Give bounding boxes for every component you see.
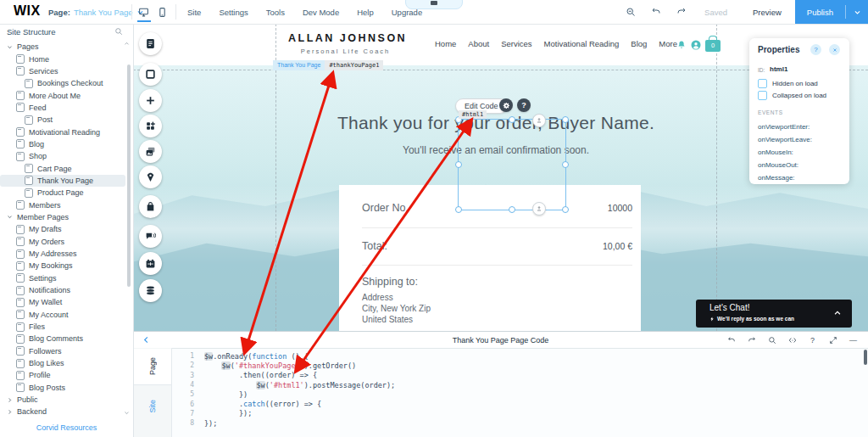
help-icon[interactable]: ? <box>808 335 817 345</box>
event-onmouseout[interactable]: onMouseOut: <box>758 161 798 169</box>
chat-widget[interactable]: Let's Chat! We'll reply as soon as we ca… <box>696 300 852 328</box>
sidebar-item-followers[interactable]: Followers <box>0 345 125 357</box>
add-apps-button[interactable] <box>139 115 162 137</box>
wix-logo[interactable]: WIX <box>14 3 41 19</box>
mobile-icon[interactable] <box>157 7 168 18</box>
selection-box[interactable] <box>458 119 566 210</box>
properties-help-button[interactable]: ? <box>810 44 821 55</box>
menus-pages-button[interactable] <box>139 32 162 55</box>
sidebar-item-blog-posts[interactable]: Blog Posts <box>0 382 125 394</box>
stretch-handle-top[interactable] <box>532 114 546 127</box>
resize-handle[interactable] <box>455 161 462 168</box>
site-nav-more[interactable]: More <box>659 39 677 48</box>
corvid-resources-link[interactable]: Corvid Resources <box>0 423 133 432</box>
code-editor[interactable]: 1$w.onReady(function () {2 $w('#thankYou… <box>172 348 861 437</box>
event-onmousein[interactable]: onMouseIn: <box>758 148 793 156</box>
site-nav-blog[interactable]: Blog <box>631 39 647 48</box>
stretch-handle-bottom[interactable] <box>532 202 546 216</box>
checkbox-hidden-on-load[interactable]: Hidden on load <box>758 79 818 88</box>
sidebar-item-members[interactable]: Members <box>0 199 125 210</box>
sidebar-item-shop[interactable]: Shop <box>0 150 125 162</box>
sidebar-item-bookings-checkout[interactable]: Bookings Checkout <box>0 77 125 89</box>
undo-icon[interactable] <box>726 335 736 345</box>
sidebar-item-my-bookings[interactable]: My Bookings <box>0 260 125 272</box>
sidebar-item-files[interactable]: Files <box>0 321 125 333</box>
page-id-tag[interactable]: #thankYouPage1 <box>325 60 383 70</box>
sidebar-item-backend[interactable]: Backend <box>0 406 125 417</box>
properties-close-button[interactable] <box>829 44 840 55</box>
resize-handle[interactable] <box>509 206 515 213</box>
publish-dropdown[interactable] <box>846 8 868 16</box>
media-button[interactable] <box>139 140 162 163</box>
menu-settings[interactable]: Settings <box>219 8 248 17</box>
event-onviewportenter[interactable]: onViewportEnter: <box>758 123 810 131</box>
avatar-icon[interactable] <box>691 40 701 50</box>
bell-icon[interactable] <box>676 40 687 50</box>
event-onviewportleave[interactable]: onViewportLeave: <box>758 136 812 143</box>
sidebar-item-profile[interactable]: Profile <box>0 369 125 381</box>
sidebar-item-notifications[interactable]: Notifications <box>0 284 125 296</box>
sidebar-item-more-about-me[interactable]: More About Me <box>0 89 125 101</box>
search-icon[interactable] <box>114 27 123 36</box>
sidebar-item-pages[interactable]: Pages <box>0 41 125 53</box>
search-icon[interactable] <box>767 335 776 345</box>
sidebar-item-my-orders[interactable]: My Orders <box>0 236 125 248</box>
sidebar-item-thank-you-page[interactable]: Thank You Page <box>0 175 125 187</box>
help-button[interactable]: ? <box>517 98 531 112</box>
sidebar-item-blog[interactable]: Blog <box>0 138 125 150</box>
sidebar-item-cart-page[interactable]: Cart Page <box>0 162 125 174</box>
sidebar-item-product-page[interactable]: Product Page <box>0 187 125 199</box>
sidebar-item-blog-comments[interactable]: Blog Comments <box>0 333 125 345</box>
sidebar-item-post[interactable]: Post <box>0 114 125 126</box>
sidebar-item-settings[interactable]: Settings <box>0 272 125 284</box>
checkbox-collapsed-on-load[interactable]: Collapsed on load <box>758 91 826 100</box>
tab-site[interactable]: Site <box>133 389 171 424</box>
scroll-up-icon[interactable] <box>124 41 130 47</box>
sidebar-item-public[interactable]: Public <box>0 394 125 406</box>
event-onmessage[interactable]: onMessage: <box>758 174 795 182</box>
redo-button[interactable] <box>669 0 694 24</box>
sidebar-item-member-pages[interactable]: Member Pages <box>0 211 125 223</box>
redo-icon[interactable] <box>747 335 756 345</box>
code-scrollbar-thumb[interactable] <box>864 350 867 365</box>
settings-button[interactable] <box>499 98 513 112</box>
background-button[interactable] <box>139 63 162 86</box>
preview-button[interactable]: Preview <box>753 8 782 17</box>
expand-icon[interactable] <box>828 335 837 345</box>
menu-help[interactable]: Help <box>357 8 374 17</box>
site-nav-services[interactable]: Services <box>501 39 531 48</box>
blog-button[interactable] <box>139 165 162 188</box>
site-nav-motivational-reading[interactable]: Motivational Reading <box>544 39 620 48</box>
tab-page[interactable]: Page <box>133 349 171 385</box>
resize-handle[interactable] <box>562 206 569 213</box>
menu-dev-mode[interactable]: Dev Mode <box>303 8 339 17</box>
add-button[interactable] <box>139 89 162 112</box>
page-selector[interactable]: Page: Thank You Page <box>48 0 144 24</box>
save-status[interactable]: Saved <box>704 8 727 17</box>
sidebar-item-blog-likes[interactable]: Blog Likes <box>0 357 125 369</box>
sidebar-item-my-account[interactable]: My Account <box>0 309 125 321</box>
menu-tools[interactable]: Tools <box>266 8 285 17</box>
scrollbar-thumb[interactable] <box>127 64 131 287</box>
sidebar-item-feed[interactable]: Feed <box>0 102 125 114</box>
sidebar-item-home[interactable]: Home <box>0 53 125 64</box>
chevron-up-icon[interactable] <box>833 309 842 317</box>
content-manager-button[interactable] <box>139 279 162 302</box>
undo-button[interactable] <box>643 0 669 24</box>
sidebar-item-services[interactable]: Services <box>0 65 125 77</box>
sidebar-item-my-wallet[interactable]: My Wallet <box>0 296 125 308</box>
site-nav-home[interactable]: Home <box>435 39 456 48</box>
resize-handle[interactable] <box>562 161 569 168</box>
minimize-icon[interactable]: — <box>849 335 858 345</box>
site-nav-about[interactable]: About <box>468 39 489 48</box>
zoom-out-button[interactable] <box>618 0 643 24</box>
publish-button[interactable]: Publish <box>795 8 845 17</box>
resize-handle[interactable] <box>455 206 462 213</box>
chat-button[interactable] <box>139 225 162 248</box>
bookings-button[interactable] <box>139 252 162 275</box>
store-button[interactable] <box>139 195 162 218</box>
page-name-tag[interactable]: Thank You Page <box>273 60 325 70</box>
cart-icon[interactable]: 0 <box>705 40 721 52</box>
resize-handle[interactable] <box>562 116 569 123</box>
sidebar-item-motivational-reading[interactable]: Motivational Reading <box>0 126 125 137</box>
